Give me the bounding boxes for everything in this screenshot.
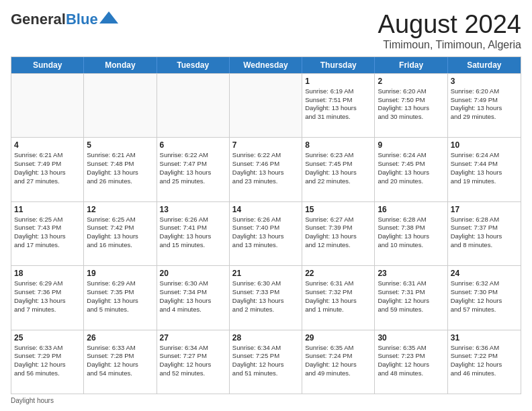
cell-info-line: Sunrise: 6:25 AM: [14, 216, 81, 224]
cell-info-line: Sunrise: 6:28 AM: [451, 216, 518, 224]
cell-info-line: Daylight: 13 hours: [305, 169, 371, 177]
day-number: 14: [232, 205, 299, 214]
cell-info-line: Sunrise: 6:35 AM: [378, 344, 444, 353]
cell-info-line: and 46 minutes.: [451, 369, 518, 378]
cal-cell-1-6: 2Sunrise: 6:20 AMSunset: 7:50 PMDaylight…: [375, 74, 447, 137]
cell-info-line: Sunrise: 6:25 AM: [87, 216, 153, 224]
cell-info-line: and 52 minutes.: [160, 369, 226, 378]
cell-info-line: and 2 minutes.: [232, 306, 299, 314]
cal-cell-5-3: 27Sunrise: 6:34 AMSunset: 7:27 PMDayligh…: [157, 330, 230, 394]
cal-cell-5-4: 28Sunrise: 6:34 AMSunset: 7:25 PMDayligh…: [230, 330, 302, 394]
cell-info-line: Daylight: 13 hours: [14, 232, 81, 241]
cell-info-line: Sunset: 7:24 PM: [305, 352, 371, 361]
cal-cell-2-7: 10Sunrise: 6:24 AMSunset: 7:44 PMDayligh…: [448, 138, 521, 201]
cal-cell-2-4: 7Sunrise: 6:22 AMSunset: 7:46 PMDaylight…: [230, 138, 302, 201]
cell-info-line: Sunset: 7:49 PM: [451, 96, 518, 105]
cal-week-2: 4Sunrise: 6:21 AMSunset: 7:49 PMDaylight…: [11, 137, 521, 201]
cell-info-line: and 5 minutes.: [87, 306, 153, 314]
day-number: 22: [305, 269, 371, 278]
cell-info-line: Sunset: 7:31 PM: [378, 288, 444, 297]
cell-info-line: Daylight: 12 hours: [232, 361, 299, 369]
cell-info-line: and 8 minutes.: [451, 241, 518, 250]
cell-info-line: and 56 minutes.: [14, 369, 81, 378]
cal-cell-1-2: [84, 74, 157, 137]
page-subtitle: Timimoun, Timimoun, Algeria: [378, 39, 521, 51]
cell-info-line: Sunset: 7:49 PM: [14, 160, 81, 169]
day-number: 27: [160, 333, 226, 342]
cell-info-line: Daylight: 13 hours: [232, 232, 299, 241]
cell-info-line: Sunset: 7:34 PM: [160, 288, 226, 297]
cell-info-line: and 13 minutes.: [232, 241, 299, 250]
day-number: 20: [160, 269, 226, 278]
cell-info-line: Sunrise: 6:24 AM: [451, 151, 518, 160]
cell-info-line: Sunrise: 6:21 AM: [14, 151, 81, 160]
day-number: 13: [160, 205, 226, 214]
cal-cell-5-6: 30Sunrise: 6:35 AMSunset: 7:23 PMDayligh…: [375, 330, 447, 394]
cell-info-line: Daylight: 13 hours: [14, 297, 81, 306]
cal-header-saturday: Saturday: [448, 57, 521, 73]
cell-info-line: Sunset: 7:23 PM: [378, 352, 444, 361]
cell-info-line: Sunrise: 6:24 AM: [378, 151, 444, 160]
day-number: 1: [305, 77, 371, 86]
cell-info-line: Sunset: 7:29 PM: [14, 352, 81, 361]
cell-info-line: Sunrise: 6:20 AM: [378, 87, 444, 96]
cal-cell-5-1: 25Sunrise: 6:33 AMSunset: 7:29 PMDayligh…: [11, 330, 84, 394]
logo-blue: Blue: [66, 11, 98, 28]
day-number: 7: [232, 140, 299, 150]
cell-info-line: Sunrise: 6:26 AM: [232, 216, 299, 224]
cal-cell-4-4: 21Sunrise: 6:30 AMSunset: 7:33 PMDayligh…: [230, 266, 302, 329]
day-number: 15: [305, 205, 371, 214]
cell-info-line: Sunrise: 6:31 AM: [378, 279, 444, 288]
page: General Blue August 2024 Timimoun, Timim…: [0, 0, 532, 411]
cell-info-line: Sunrise: 6:22 AM: [160, 151, 226, 160]
day-number: 10: [451, 140, 518, 150]
cal-cell-2-5: 8Sunrise: 6:23 AMSunset: 7:45 PMDaylight…: [302, 138, 375, 201]
day-number: 8: [305, 140, 371, 150]
cell-info-line: Daylight: 12 hours: [378, 297, 444, 306]
cal-week-1: 1Sunrise: 6:19 AMSunset: 7:51 PMDaylight…: [11, 73, 521, 137]
cal-cell-3-7: 17Sunrise: 6:28 AMSunset: 7:37 PMDayligh…: [448, 202, 521, 265]
day-number: 30: [378, 333, 444, 342]
cal-cell-2-3: 6Sunrise: 6:22 AMSunset: 7:47 PMDaylight…: [157, 138, 230, 201]
cell-info-line: Daylight: 13 hours: [378, 104, 444, 113]
cell-info-line: Daylight: 13 hours: [232, 169, 299, 177]
cell-info-line: Daylight: 13 hours: [378, 169, 444, 177]
logo-icon: [99, 11, 118, 24]
cell-info-line: Sunset: 7:47 PM: [160, 160, 226, 169]
cell-info-line: and 54 minutes.: [87, 369, 153, 378]
cal-week-5: 25Sunrise: 6:33 AMSunset: 7:29 PMDayligh…: [11, 330, 521, 394]
cell-info-line: Daylight: 13 hours: [305, 297, 371, 306]
cal-week-4: 18Sunrise: 6:29 AMSunset: 7:36 PMDayligh…: [11, 265, 521, 329]
day-number: 2: [378, 77, 444, 86]
cell-info-line: Daylight: 13 hours: [160, 169, 226, 177]
day-number: 18: [14, 269, 81, 278]
cell-info-line: Sunset: 7:37 PM: [451, 224, 518, 232]
cell-info-line: Sunrise: 6:30 AM: [232, 279, 299, 288]
cal-cell-2-6: 9Sunrise: 6:24 AMSunset: 7:45 PMDaylight…: [375, 138, 447, 201]
cell-info-line: Daylight: 13 hours: [305, 232, 371, 241]
cell-info-line: Daylight: 13 hours: [87, 232, 153, 241]
cal-header-friday: Friday: [375, 57, 447, 73]
cal-cell-2-1: 4Sunrise: 6:21 AMSunset: 7:49 PMDaylight…: [11, 138, 84, 201]
cell-info-line: Sunrise: 6:26 AM: [160, 216, 226, 224]
cell-info-line: and 57 minutes.: [451, 306, 518, 314]
cell-info-line: Sunset: 7:32 PM: [305, 288, 371, 297]
cell-info-line: Sunrise: 6:35 AM: [305, 344, 371, 353]
svg-marker-0: [99, 11, 118, 24]
calendar-header: SundayMondayTuesdayWednesdayThursdayFrid…: [11, 57, 521, 73]
cal-cell-4-1: 18Sunrise: 6:29 AMSunset: 7:36 PMDayligh…: [11, 266, 84, 329]
cell-info-line: Sunset: 7:45 PM: [378, 160, 444, 169]
cell-info-line: Sunset: 7:25 PM: [232, 352, 299, 361]
cell-info-line: and 23 minutes.: [232, 177, 299, 186]
cell-info-line: Daylight: 12 hours: [451, 297, 518, 306]
cell-info-line: and 25 minutes.: [160, 177, 226, 186]
cal-week-3: 11Sunrise: 6:25 AMSunset: 7:43 PMDayligh…: [11, 201, 521, 265]
cell-info-line: and 48 minutes.: [378, 369, 444, 378]
cell-info-line: Daylight: 13 hours: [451, 104, 518, 113]
cell-info-line: Sunrise: 6:28 AM: [378, 216, 444, 224]
day-number: 9: [378, 140, 444, 150]
cal-cell-3-2: 12Sunrise: 6:25 AMSunset: 7:42 PMDayligh…: [84, 202, 157, 265]
cell-info-line: Sunrise: 6:32 AM: [451, 279, 518, 288]
cell-info-line: Sunset: 7:38 PM: [378, 224, 444, 232]
cell-info-line: and 1 minute.: [305, 306, 371, 314]
